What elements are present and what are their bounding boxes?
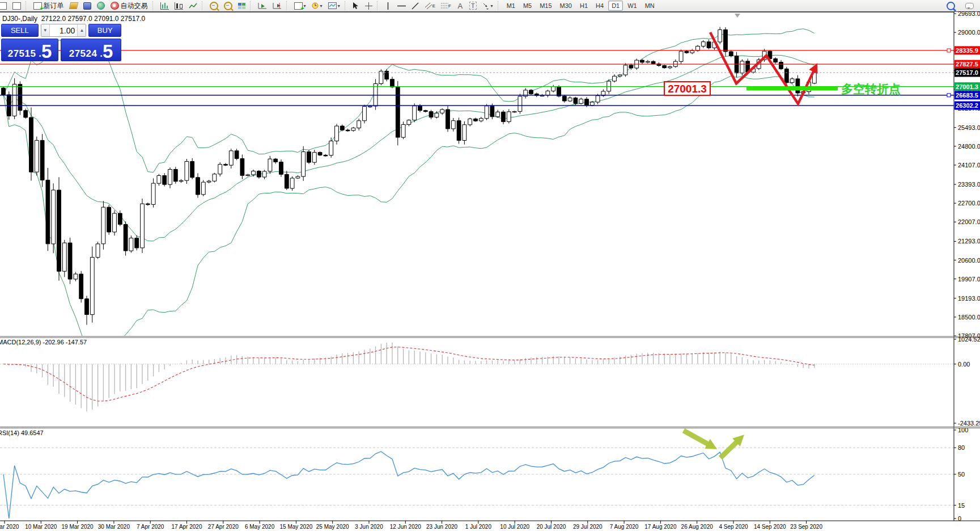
svg-text:26302.2: 26302.2 <box>956 102 978 109</box>
svg-text:26 Aug 2020: 26 Aug 2020 <box>681 524 714 530</box>
svg-text:28335.9: 28335.9 <box>956 47 978 54</box>
buy-button[interactable]: BUY <box>88 24 121 37</box>
svg-text:50: 50 <box>958 471 965 478</box>
svg-text:27517.0: 27517.0 <box>956 69 978 76</box>
svg-text:7 Aug 2020: 7 Aug 2020 <box>610 524 639 530</box>
svg-text:27827.5: 27827.5 <box>956 61 978 68</box>
volume-stepper: ▼ 1.00 ▲ <box>41 24 87 37</box>
ohlc-readout: 27122.0 27597.0 27091.0 27517.0 <box>41 15 146 23</box>
svg-text:23 Jun 2020: 23 Jun 2020 <box>426 524 457 530</box>
svg-text:18500.0: 18500.0 <box>958 314 980 321</box>
macd-pane <box>0 343 954 412</box>
chart-shift-marker[interactable] <box>735 14 740 18</box>
mt4-window: ⚲ 新订单 自动交易 ▾ ▾ ▾ E <box>0 0 980 531</box>
svg-text:22007.0: 22007.0 <box>958 218 980 225</box>
svg-text:27001.3: 27001.3 <box>668 83 707 95</box>
rsi-pane <box>0 431 954 519</box>
sell-price-button[interactable]: 27515 . 5 <box>1 39 58 61</box>
svg-text:0.00: 0.00 <box>958 361 970 368</box>
svg-text:19907.0: 19907.0 <box>958 276 980 283</box>
buy-price-pip: 5 <box>103 44 113 60</box>
macd-histogram <box>3 343 814 412</box>
svg-text:23 Sep 2020: 23 Sep 2020 <box>790 524 822 530</box>
time-axis[interactable]: 2 Mar 202010 Mar 202019 Mar 202030 Mar 2… <box>0 521 980 530</box>
one-click-trade-panel: SELL ▼ 1.00 ▲ BUY 27515 . 5 27524 . 5 <box>1 24 121 61</box>
svg-text:-2433.25: -2433.25 <box>958 420 980 427</box>
svg-text:17 Aug 2020: 17 Aug 2020 <box>644 524 677 530</box>
svg-text:12 Jun 2020: 12 Jun 2020 <box>390 524 421 530</box>
sell-price-pip: 5 <box>41 44 52 60</box>
svg-text:10 Jul 2020: 10 Jul 2020 <box>500 524 529 530</box>
svg-text:27001.3: 27001.3 <box>956 83 978 90</box>
symbol-name: DJ30-,Daily <box>2 15 37 23</box>
svg-text:15 May 2020: 15 May 2020 <box>279 524 312 530</box>
svg-text:24107.0: 24107.0 <box>958 162 980 168</box>
svg-text:25493.0: 25493.0 <box>958 124 980 131</box>
svg-text:23393.0: 23393.0 <box>958 181 980 188</box>
volume-increase-button[interactable]: ▲ <box>77 24 86 36</box>
svg-text:29693.0: 29693.0 <box>958 10 980 17</box>
svg-text:17 Apr 2020: 17 Apr 2020 <box>172 524 202 530</box>
svg-text:24800.0: 24800.0 <box>958 143 980 150</box>
volume-value[interactable]: 1.00 <box>50 24 77 36</box>
svg-text:27 Apr 2020: 27 Apr 2020 <box>208 524 239 530</box>
svg-text:19193.0: 19193.0 <box>958 295 980 302</box>
volume-decrease-button[interactable]: ▼ <box>41 24 50 36</box>
rsi-arrow-annotation[interactable] <box>720 440 739 458</box>
svg-text:1024.52: 1024.52 <box>958 336 980 343</box>
svg-text:26683.5: 26683.5 <box>956 92 978 99</box>
rsi-arrow-annotation[interactable] <box>684 431 710 445</box>
line-handle[interactable] <box>947 94 951 97</box>
svg-text:20 Jul 2020: 20 Jul 2020 <box>537 524 566 530</box>
svg-text:2 Mar 2020: 2 Mar 2020 <box>0 524 19 530</box>
svg-text:29000.0: 29000.0 <box>958 29 980 36</box>
svg-text:3 Jun 2020: 3 Jun 2020 <box>355 524 383 530</box>
svg-text:20600.0: 20600.0 <box>958 257 980 264</box>
svg-text:22700.0: 22700.0 <box>958 200 980 206</box>
svg-text:10 Mar 2020: 10 Mar 2020 <box>25 524 57 530</box>
svg-text:19 Mar 2020: 19 Mar 2020 <box>62 524 94 530</box>
svg-text:30 Mar 2020: 30 Mar 2020 <box>98 524 130 530</box>
price-chart[interactable]: 27001.3多空转折点29693.029000.028307.027593.0… <box>0 0 980 531</box>
svg-text:15: 15 <box>958 502 965 509</box>
svg-text:1 Jul 2020: 1 Jul 2020 <box>465 524 492 530</box>
line-handle[interactable] <box>947 49 951 52</box>
down-candles <box>2 30 800 314</box>
buy-price-button[interactable]: 27524 . 5 <box>61 39 121 61</box>
sell-button[interactable]: SELL <box>1 24 39 37</box>
svg-text:14 Sep 2020: 14 Sep 2020 <box>754 524 786 530</box>
sell-price-main: 27515 <box>8 48 36 60</box>
svg-text:25 May 2020: 25 May 2020 <box>316 524 349 530</box>
svg-text:21293.0: 21293.0 <box>958 238 980 245</box>
svg-text:多空转折点: 多空转折点 <box>841 82 901 96</box>
svg-text:29 Jul 2020: 29 Jul 2020 <box>573 524 603 530</box>
candles-layer: 27001.3多空转折点 <box>0 14 954 351</box>
svg-text:6 May 2020: 6 May 2020 <box>245 524 275 530</box>
rsi-line <box>3 452 814 519</box>
svg-text:4 Sep 2020: 4 Sep 2020 <box>719 524 748 530</box>
price-axis[interactable]: 29693.029000.028307.027593.026900.026207… <box>954 10 980 531</box>
chart-title: DJ30-,Daily 27122.0 27597.0 27091.0 2751… <box>2 15 145 23</box>
svg-text:100: 100 <box>958 427 968 433</box>
support-bar-annotation[interactable] <box>746 87 838 91</box>
macd-indicator-label: MACD(12,26,9) -202.96 -147.57 <box>0 339 87 345</box>
svg-text:7 Apr 2020: 7 Apr 2020 <box>137 524 164 530</box>
bollinger-band-line <box>3 76 814 351</box>
rsi-indicator-label: RSI(14) 49.6547 <box>0 429 44 436</box>
svg-text:80: 80 <box>958 444 965 451</box>
candle-wicks <box>3 27 814 325</box>
buy-price-main: 27524 <box>69 48 97 60</box>
